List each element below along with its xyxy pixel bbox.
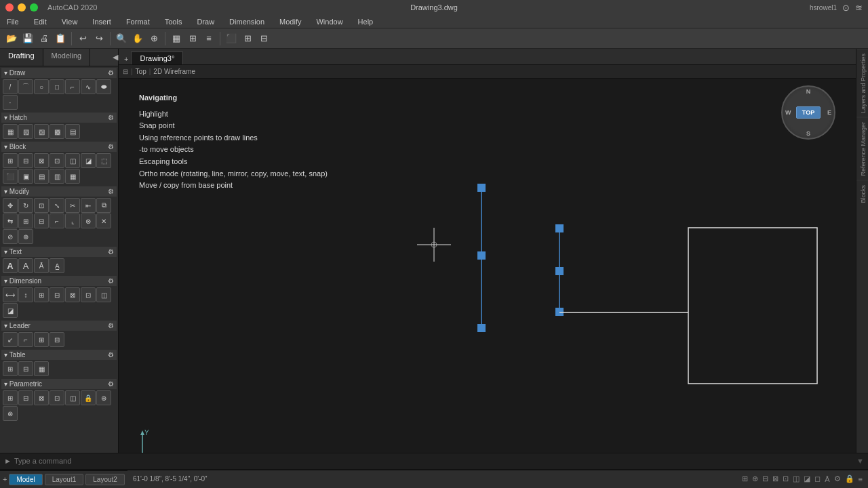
tool-block5[interactable]: ◫	[65, 153, 80, 168]
tool-text1[interactable]: A	[3, 258, 18, 273]
tool-leader4[interactable]: ⊟	[50, 332, 64, 347]
tool-explode[interactable]: ⊗	[81, 214, 96, 228]
tool-dim6[interactable]: ⊡	[81, 287, 96, 302]
annotate-icon[interactable]: Ā	[825, 475, 829, 483]
tool-mirror[interactable]: ⇆	[3, 214, 18, 228]
tool-move[interactable]: ✥	[3, 198, 18, 213]
toolbar-3d-nav[interactable]: ⊕	[146, 31, 161, 46]
tool-join[interactable]: ⊕	[18, 229, 33, 244]
tool-param1[interactable]: ⊞	[3, 390, 18, 405]
tool-array[interactable]: ⊞	[18, 214, 33, 228]
section-dimension-header[interactable]: ▾ Dimension ⚙	[1, 276, 117, 286]
section-table-settings[interactable]: ⚙	[108, 351, 114, 359]
section-draw-settings[interactable]: ⚙	[108, 69, 114, 77]
tool-param4[interactable]: ⊡	[50, 390, 64, 405]
tool-hatch2[interactable]: ▧	[18, 124, 33, 139]
menu-help[interactable]: Help	[355, 16, 376, 27]
toolbar-insert[interactable]: ⊞	[240, 31, 255, 46]
panel-collapse[interactable]: ◀	[113, 49, 118, 66]
menu-view[interactable]: View	[59, 16, 81, 27]
tool-table2[interactable]: ⊟	[18, 361, 33, 376]
toolbar-print[interactable]: 🖨	[37, 31, 52, 46]
section-modify-header[interactable]: ▾ Modify ⚙	[1, 186, 117, 197]
otrack-icon[interactable]: ◫	[793, 474, 800, 483]
menu-insert[interactable]: Insert	[90, 16, 114, 27]
maximize-button[interactable]	[30, 3, 38, 12]
lock-icon[interactable]: 🔒	[845, 474, 854, 483]
tool-hatch3[interactable]: ▨	[34, 124, 49, 139]
drawing-svg[interactable]	[119, 79, 856, 488]
tool-block4[interactable]: ⊡	[50, 153, 64, 168]
tool-polyline[interactable]: ⌐	[65, 79, 80, 94]
toolbar-block[interactable]: ⬛	[224, 31, 239, 46]
tool-leader2[interactable]: ⌐	[18, 332, 33, 347]
minimize-button[interactable]	[18, 3, 26, 12]
panel-layers[interactable]: Layers and Properties	[856, 49, 868, 117]
tool-dim7[interactable]: ◫	[96, 287, 111, 302]
tool-delete[interactable]: ✕	[96, 214, 111, 228]
section-text-header[interactable]: ▾ Text ⚙	[1, 247, 117, 257]
tool-block6[interactable]: ◪	[81, 153, 96, 168]
tool-block9[interactable]: ▣	[18, 169, 33, 184]
tool-param8[interactable]: ⊗	[3, 406, 18, 421]
tool-dim5[interactable]: ⊠	[65, 287, 80, 302]
tool-ellipse[interactable]: ⬬	[96, 79, 111, 94]
tool-text3[interactable]: Ā	[34, 258, 49, 273]
menu-modify[interactable]: Modify	[277, 16, 304, 27]
toolbar-redo[interactable]: ↪	[92, 31, 106, 46]
section-dimension-settings[interactable]: ⚙	[108, 277, 114, 285]
tool-table3[interactable]: ▦	[34, 361, 49, 376]
lwt-icon[interactable]: ◪	[804, 474, 810, 483]
tool-leader3[interactable]: ⊞	[34, 332, 49, 347]
tool-extend[interactable]: ⇤	[81, 198, 96, 213]
tool-hatch[interactable]: ▦	[3, 124, 18, 139]
command-input[interactable]	[14, 457, 856, 465]
tool-leader1[interactable]: ↙	[3, 332, 18, 347]
menu-file[interactable]: File	[4, 16, 22, 27]
panel-reference[interactable]: Reference Manager	[856, 117, 868, 180]
tool-trim[interactable]: ✂	[65, 198, 80, 213]
tool-block11[interactable]: ▥	[50, 169, 64, 184]
section-table-header[interactable]: ▾ Table ⚙	[1, 350, 117, 360]
tool-block3[interactable]: ⊠	[34, 153, 49, 168]
menu-dimension[interactable]: Dimension	[226, 16, 267, 27]
tool-param7[interactable]: ⊕	[96, 390, 111, 405]
tool-block1[interactable]: ⊞	[3, 153, 18, 168]
tool-param3[interactable]: ⊠	[34, 390, 49, 405]
menu-edit[interactable]: Edit	[31, 16, 50, 27]
section-hatch-header[interactable]: ▾ Hatch ⚙	[1, 113, 117, 123]
toolbar-properties[interactable]: ⊞	[185, 31, 200, 46]
tool-spline[interactable]: ∿	[81, 79, 96, 94]
section-text-settings[interactable]: ⚙	[108, 248, 114, 256]
tool-param6[interactable]: 🔒	[81, 390, 96, 405]
view-top[interactable]: Top	[136, 68, 146, 75]
toolbar-save[interactable]: 💾	[20, 31, 35, 46]
section-leader-settings[interactable]: ⚙	[108, 322, 114, 329]
tool-param5[interactable]: ◫	[65, 390, 80, 405]
breadcrumb-home[interactable]: ⊟	[123, 68, 128, 75]
ortho-icon[interactable]: ⊟	[762, 474, 768, 483]
tool-offset[interactable]: ⊟	[34, 214, 49, 228]
tool-fillet[interactable]: ⌐	[50, 214, 64, 228]
tool-text4[interactable]: A̲	[50, 258, 64, 273]
tool-dim2[interactable]: ↕	[18, 287, 33, 302]
tool-rotate[interactable]: ↻	[18, 198, 33, 213]
section-modify-settings[interactable]: ⚙	[108, 188, 114, 195]
tool-dim4[interactable]: ⊟	[50, 287, 64, 302]
toolbar-layers[interactable]: ▦	[169, 31, 184, 46]
snap-icon[interactable]: ⊕	[752, 474, 758, 483]
tool-block7[interactable]: ⬚	[96, 153, 111, 168]
menu-draw[interactable]: Draw	[194, 16, 217, 27]
compass-ring[interactable]: N S E W TOP	[781, 85, 835, 140]
settings-icon[interactable]: ≡	[859, 475, 863, 483]
menu-format[interactable]: Format	[123, 16, 153, 27]
tool-hatch5[interactable]: ▤	[65, 124, 80, 139]
tool-block12[interactable]: ▦	[65, 169, 80, 184]
model-icon[interactable]: ◻	[814, 474, 821, 483]
tool-block8[interactable]: ⬛	[3, 169, 18, 184]
tool-stretch[interactable]: ⤡	[50, 198, 64, 213]
tab-modeling[interactable]: Modeling	[43, 49, 91, 66]
tool-copy[interactable]: ⧉	[96, 198, 111, 213]
polar-icon[interactable]: ⊠	[772, 474, 778, 483]
layout-tab-model[interactable]: Model	[9, 474, 42, 485]
